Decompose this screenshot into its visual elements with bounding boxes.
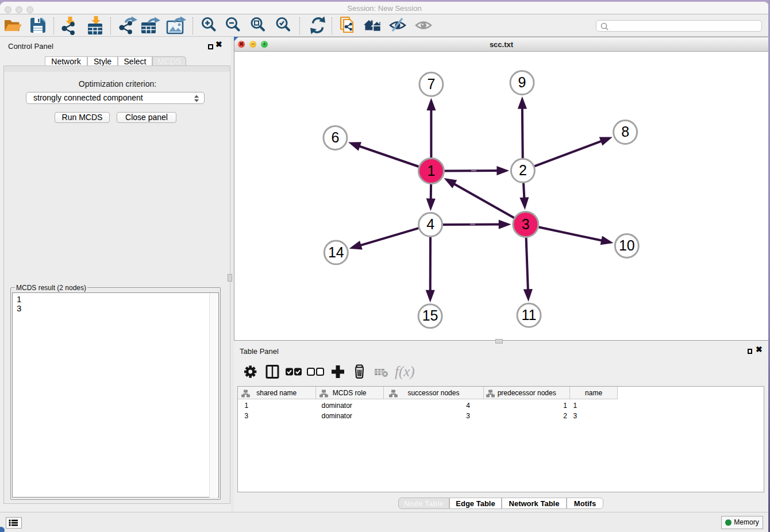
svg-text:4: 4 <box>426 216 434 232</box>
svg-text:10: 10 <box>619 237 635 253</box>
svg-text:1: 1 <box>427 163 435 179</box>
svg-text:8: 8 <box>621 124 629 140</box>
svg-text:2: 2 <box>519 162 527 178</box>
svg-text:11: 11 <box>522 307 537 323</box>
svg-text:7: 7 <box>427 76 435 92</box>
svg-text:9: 9 <box>518 74 526 90</box>
svg-text:14: 14 <box>328 244 344 260</box>
svg-text:3: 3 <box>522 216 530 232</box>
svg-text:15: 15 <box>422 307 438 323</box>
svg-text:f(x): f(x) <box>395 364 415 380</box>
svg-text:6: 6 <box>331 129 339 145</box>
